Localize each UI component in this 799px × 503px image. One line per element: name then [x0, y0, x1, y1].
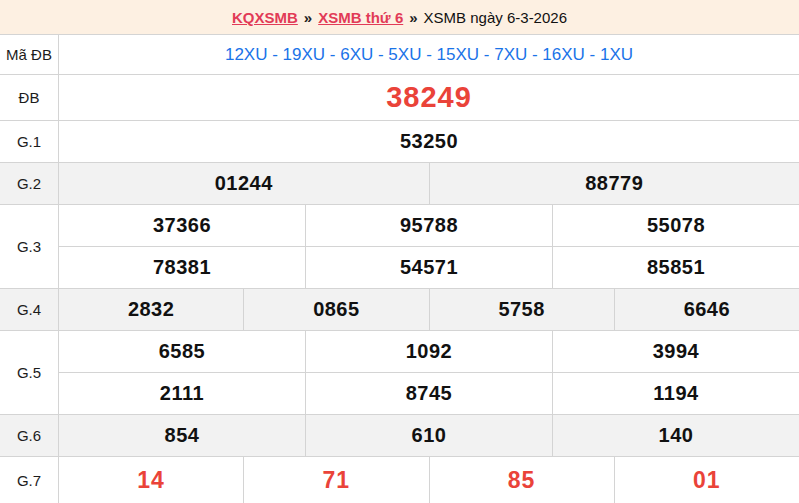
- prize-line: 373669578855078: [59, 205, 799, 246]
- prize-label: ĐB: [0, 75, 59, 120]
- prize-line: 783815457185851: [59, 246, 799, 288]
- prize-number: 78381: [59, 247, 305, 288]
- prize-label: G.1: [0, 121, 59, 162]
- prize-row-content: 14718501: [59, 457, 799, 503]
- prize-label: G.2: [0, 163, 59, 204]
- breadcrumb-link-kqxsmb[interactable]: KQXSMB: [232, 9, 298, 26]
- breadcrumb-separator: »: [409, 9, 417, 26]
- prize-number: 95788: [305, 205, 552, 246]
- prize-line: 211187451194: [59, 372, 799, 414]
- prize-row-content: 658510923994211187451194: [59, 331, 799, 414]
- prize-number: 2832: [59, 289, 243, 330]
- prize-number: 55078: [552, 205, 799, 246]
- table-row: G.3373669578855078783815457185851: [0, 205, 799, 289]
- prize-line: 38249: [59, 75, 799, 120]
- table-row: G.714718501: [0, 457, 799, 503]
- prize-number: 5758: [429, 289, 614, 330]
- prize-number: 1092: [305, 331, 552, 372]
- table-row: G.6854610140: [0, 415, 799, 457]
- prize-label: G.4: [0, 289, 59, 330]
- prize-line: 14718501: [59, 457, 799, 503]
- breadcrumb-separator: »: [304, 9, 312, 26]
- prize-number: 2111: [59, 373, 305, 414]
- prize-label: Mã ĐB: [0, 35, 59, 74]
- prize-label: G.5: [0, 331, 59, 414]
- prize-label: G.3: [0, 205, 59, 288]
- prize-number: 54571: [305, 247, 552, 288]
- prize-number: 88779: [429, 163, 799, 204]
- prize-row-content: 53250: [59, 121, 799, 162]
- prize-line: 0124488779: [59, 163, 799, 204]
- prize-row-content: 854610140: [59, 415, 799, 456]
- prize-number: 01244: [59, 163, 429, 204]
- table-row: G.42832086557586646: [0, 289, 799, 331]
- prize-line: 658510923994: [59, 331, 799, 372]
- prize-number: 71: [243, 457, 428, 503]
- prize-row-content: 2832086557586646: [59, 289, 799, 330]
- prize-number: 85851: [552, 247, 799, 288]
- prize-number: 8745: [305, 373, 552, 414]
- prize-number: 53250: [59, 121, 799, 162]
- prize-row-content: 12XU - 19XU - 6XU - 5XU - 15XU - 7XU - 1…: [59, 35, 799, 74]
- breadcrumb-link-xsmb-thu-6[interactable]: XSMB thứ 6: [318, 9, 403, 26]
- special-code-value: 12XU - 19XU - 6XU - 5XU - 15XU - 7XU - 1…: [59, 35, 799, 74]
- prize-line: 53250: [59, 121, 799, 162]
- table-row: G.20124488779: [0, 163, 799, 205]
- prize-number: 6646: [614, 289, 799, 330]
- prize-number: 610: [305, 415, 552, 456]
- prize-number: 140: [552, 415, 799, 456]
- prize-number: 37366: [59, 205, 305, 246]
- prize-row-content: 0124488779: [59, 163, 799, 204]
- prize-number: 01: [614, 457, 799, 503]
- breadcrumb-current: XSMB ngày 6-3-2026: [424, 9, 567, 26]
- prize-number: 854: [59, 415, 305, 456]
- prize-line: 2832086557586646: [59, 289, 799, 330]
- table-row: G.153250: [0, 121, 799, 163]
- prize-number: 85: [429, 457, 614, 503]
- prize-number: 14: [59, 457, 243, 503]
- prize-row-content: 38249: [59, 75, 799, 120]
- prize-number: 38249: [59, 75, 799, 120]
- table-row: Mã ĐB12XU - 19XU - 6XU - 5XU - 15XU - 7X…: [0, 35, 799, 75]
- table-row: ĐB38249: [0, 75, 799, 121]
- prize-row-content: 373669578855078783815457185851: [59, 205, 799, 288]
- prize-label: G.6: [0, 415, 59, 456]
- prize-number: 6585: [59, 331, 305, 372]
- prize-number: 1194: [552, 373, 799, 414]
- table-row: G.5658510923994211187451194: [0, 331, 799, 415]
- prize-number: 3994: [552, 331, 799, 372]
- prize-number: 0865: [243, 289, 428, 330]
- prize-line: 854610140: [59, 415, 799, 456]
- breadcrumb: KQXSMB » XSMB thứ 6 » XSMB ngày 6-3-2026: [0, 0, 799, 34]
- prize-line: 12XU - 19XU - 6XU - 5XU - 15XU - 7XU - 1…: [59, 35, 799, 74]
- results-table: Mã ĐB12XU - 19XU - 6XU - 5XU - 15XU - 7X…: [0, 34, 799, 503]
- prize-label: G.7: [0, 457, 59, 503]
